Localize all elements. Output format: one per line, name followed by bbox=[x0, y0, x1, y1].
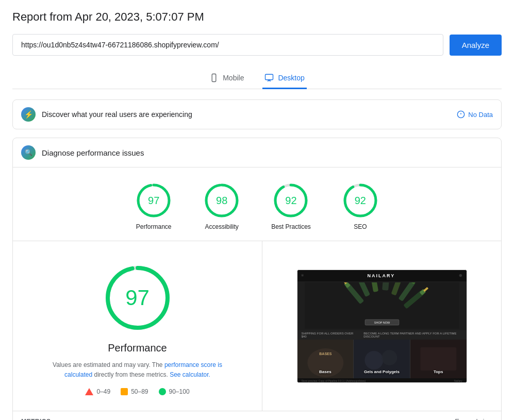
tab-desktop[interactable]: Desktop bbox=[262, 68, 306, 89]
mobile-icon bbox=[209, 73, 219, 82]
metrics-label: METRICS bbox=[21, 418, 51, 420]
diagnose-section: 🔍 Diagnose performance issues 97 Perform… bbox=[12, 138, 502, 420]
legend-orange: 50–89 bbox=[121, 388, 148, 395]
svg-rect-2 bbox=[266, 74, 273, 80]
big-score-value: 97 bbox=[125, 285, 150, 310]
svg-point-45 bbox=[365, 351, 384, 369]
note-mid-text: directly from these metrics. bbox=[94, 371, 168, 378]
score-label-performance: Performance bbox=[136, 223, 172, 230]
grid-label-bases: Bases bbox=[319, 369, 331, 374]
big-score-label: Performance bbox=[108, 342, 167, 354]
legend-orange-icon bbox=[121, 388, 128, 395]
screenshot-frame: ≡ NAILARY ⊕ bbox=[297, 270, 467, 383]
screenshot-footer: Store preview: Copy of Pipeline 0.0.1 | … bbox=[297, 378, 467, 383]
grid-cell-tops: Tops bbox=[410, 340, 467, 378]
svg-text:BASES: BASES bbox=[319, 352, 331, 356]
score-circle-best-practices: 92 bbox=[272, 182, 309, 219]
score-circle-seo: 92 bbox=[342, 182, 379, 219]
discover-text: Discover what your real users are experi… bbox=[42, 110, 192, 119]
hero-illustration: SHOP NOW bbox=[305, 282, 459, 329]
no-data-link[interactable]: No Data bbox=[457, 110, 493, 119]
score-label-best-practices: Best Practices bbox=[271, 223, 311, 230]
legend-red: 0–49 bbox=[85, 388, 110, 395]
score-accessibility[interactable]: 98 Accessibility bbox=[203, 182, 240, 230]
discover-left: ⚡ Discover what your real users are expe… bbox=[21, 107, 192, 122]
info-icon bbox=[457, 110, 465, 119]
diagnose-icon: 🔍 bbox=[21, 145, 36, 160]
desktop-icon bbox=[264, 73, 274, 82]
score-label-seo: SEO bbox=[354, 223, 367, 230]
grid-label-tops: Tops bbox=[434, 369, 443, 374]
svg-text:SHOP NOW: SHOP NOW bbox=[374, 321, 390, 324]
band-text-1: SHIPPING FOR ALL ORDERS OVER $40 bbox=[302, 332, 354, 338]
score-value-seo: 92 bbox=[355, 195, 366, 207]
bottom-bar: METRICS Expand view bbox=[13, 411, 501, 420]
screenshot-brand: NAILARY bbox=[368, 273, 395, 278]
tabs-row: Mobile Desktop bbox=[12, 68, 502, 89]
note-link2[interactable]: See calculator. bbox=[170, 371, 210, 378]
svg-rect-0 bbox=[212, 74, 216, 82]
footer-nav-text: Nailary bbox=[454, 379, 462, 382]
score-performance[interactable]: 97 Performance bbox=[135, 182, 172, 230]
band-text-2: BECOME A LONG TERM PARTNER AND APPLY FOR… bbox=[363, 332, 462, 338]
score-circle-performance: 97 bbox=[135, 182, 172, 219]
score-value-accessibility: 98 bbox=[216, 195, 227, 207]
score-label-accessibility: Accessibility bbox=[205, 223, 238, 230]
screenshot-band: SHIPPING FOR ALL ORDERS OVER $40 BECOME … bbox=[297, 330, 467, 340]
url-input[interactable] bbox=[12, 34, 443, 56]
legend-green: 90–100 bbox=[159, 388, 190, 395]
detail-right: ≡ NAILARY ⊕ bbox=[262, 241, 501, 411]
discover-section: ⚡ Discover what your real users are expe… bbox=[12, 99, 502, 129]
expand-view-link[interactable]: Expand view bbox=[455, 417, 493, 420]
diagnose-title: Diagnose performance issues bbox=[42, 148, 144, 157]
score-best-practices[interactable]: 92 Best Practices bbox=[271, 182, 311, 230]
svg-point-46 bbox=[382, 350, 397, 365]
legend-red-label: 0–49 bbox=[96, 388, 110, 395]
score-value-best-practices: 92 bbox=[285, 195, 296, 207]
score-circle-accessibility: 98 bbox=[203, 182, 240, 219]
url-row: Analyze bbox=[12, 34, 502, 56]
score-value-performance: 97 bbox=[148, 195, 159, 207]
diagnose-header: 🔍 Diagnose performance issues bbox=[13, 138, 501, 167]
legend-red-icon bbox=[85, 388, 93, 395]
scores-row: 97 Performance 98 Accessibility 92 bbox=[13, 167, 501, 241]
svg-rect-48 bbox=[420, 347, 456, 371]
legend-green-label: 90–100 bbox=[169, 388, 190, 395]
screenshot-topbar: ≡ NAILARY ⊕ bbox=[297, 270, 467, 281]
grid-label-gels: Gels and Polygels bbox=[364, 369, 400, 374]
discover-icon: ⚡ bbox=[21, 107, 36, 122]
footer-text: Store preview: Copy of Pipeline 0.0.1 | … bbox=[302, 379, 366, 382]
legend-green-icon bbox=[159, 388, 166, 395]
no-data-label: No Data bbox=[468, 111, 493, 119]
score-seo[interactable]: 92 SEO bbox=[342, 182, 379, 230]
note-main: Values are estimated and may vary. The bbox=[53, 361, 162, 368]
tab-desktop-label: Desktop bbox=[278, 74, 304, 82]
values-note: Values are estimated and may vary. The p… bbox=[45, 360, 230, 380]
detail-left: 97 Performance Values are estimated and … bbox=[13, 241, 262, 411]
legend-orange-label: 50–89 bbox=[131, 388, 148, 395]
grid-cell-gels: Gels and Polygels bbox=[353, 340, 410, 378]
analyze-button[interactable]: Analyze bbox=[450, 35, 502, 56]
tab-mobile-label: Mobile bbox=[223, 74, 244, 82]
grid-cell-bases: BASES Bases bbox=[297, 340, 354, 378]
report-title: Report from Apr 20, 2023, 5:07:07 PM bbox=[12, 10, 502, 24]
legend-row: 0–49 50–89 90–100 bbox=[85, 388, 189, 395]
screenshot-hero: SHOP NOW bbox=[297, 281, 467, 330]
tab-mobile[interactable]: Mobile bbox=[207, 68, 246, 89]
big-score-circle: 97 bbox=[102, 262, 174, 334]
screenshot-grid: BASES Bases Gels and Polygels bbox=[297, 340, 467, 378]
detail-section: 97 Performance Values are estimated and … bbox=[13, 241, 501, 411]
